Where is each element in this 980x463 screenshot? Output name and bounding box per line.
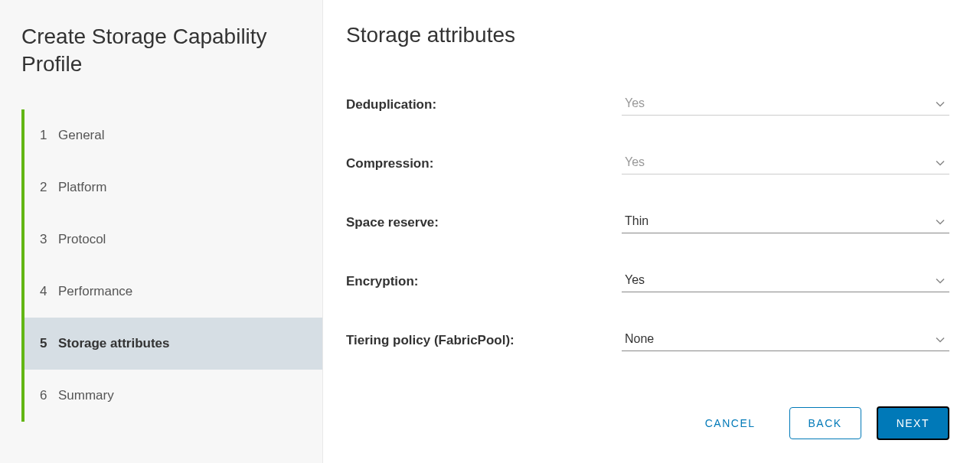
step-label: General bbox=[58, 128, 104, 143]
select-value: Yes bbox=[625, 96, 645, 109]
step-label: Summary bbox=[58, 388, 114, 403]
wizard-sidebar: Create Storage Capability Profile 1 Gene… bbox=[0, 0, 323, 463]
step-number: 6 bbox=[40, 388, 51, 403]
select-deduplication[interactable]: Yes bbox=[622, 93, 949, 116]
step-summary[interactable]: 6 Summary bbox=[24, 370, 322, 422]
chevron-down-icon bbox=[936, 337, 945, 343]
select-space-reserve[interactable]: Thin bbox=[622, 211, 949, 233]
chevron-down-icon bbox=[936, 219, 945, 225]
step-number: 2 bbox=[40, 180, 51, 195]
wizard-steps: 1 General 2 Platform 3 Protocol 4 Perfor… bbox=[21, 109, 322, 422]
label-encryption: Encryption: bbox=[346, 274, 622, 289]
select-value: None bbox=[625, 332, 654, 345]
step-general[interactable]: 1 General bbox=[24, 109, 322, 161]
chevron-down-icon bbox=[936, 101, 945, 107]
step-number: 3 bbox=[40, 232, 51, 247]
step-label: Protocol bbox=[58, 232, 106, 247]
back-button[interactable]: BACK bbox=[789, 407, 861, 439]
row-space-reserve: Space reserve: Thin bbox=[346, 211, 949, 233]
select-compression[interactable]: Yes bbox=[622, 152, 949, 174]
select-tiering-policy[interactable]: None bbox=[622, 329, 949, 351]
cancel-button[interactable]: CANCEL bbox=[687, 408, 774, 439]
select-value: Yes bbox=[625, 155, 645, 168]
step-protocol[interactable]: 3 Protocol bbox=[24, 214, 322, 266]
label-space-reserve: Space reserve: bbox=[346, 215, 622, 230]
wizard-title: Create Storage Capability Profile bbox=[21, 23, 322, 79]
chevron-down-icon bbox=[936, 160, 945, 166]
step-storage-attributes[interactable]: 5 Storage attributes bbox=[24, 318, 322, 370]
label-compression: Compression: bbox=[346, 156, 622, 171]
select-encryption[interactable]: Yes bbox=[622, 270, 949, 292]
wizard-footer: CANCEL BACK NEXT bbox=[346, 406, 949, 440]
step-performance[interactable]: 4 Performance bbox=[24, 266, 322, 318]
step-platform[interactable]: 2 Platform bbox=[24, 161, 322, 214]
main-content: Storage attributes Deduplication: Yes Co… bbox=[323, 0, 980, 463]
select-value: Thin bbox=[625, 214, 648, 227]
page-title: Storage attributes bbox=[346, 23, 949, 47]
step-number: 4 bbox=[40, 284, 51, 299]
chevron-down-icon bbox=[936, 278, 945, 284]
label-tiering-policy: Tiering policy (FabricPool): bbox=[346, 333, 622, 348]
row-tiering-policy: Tiering policy (FabricPool): None bbox=[346, 329, 949, 351]
next-button[interactable]: NEXT bbox=[877, 406, 949, 440]
row-encryption: Encryption: Yes bbox=[346, 270, 949, 292]
form-container: Deduplication: Yes Compression: Yes Spac… bbox=[346, 93, 949, 391]
select-value: Yes bbox=[625, 273, 645, 286]
row-deduplication: Deduplication: Yes bbox=[346, 93, 949, 116]
step-number: 5 bbox=[40, 336, 51, 351]
step-label: Performance bbox=[58, 284, 132, 299]
step-label: Platform bbox=[58, 180, 106, 195]
row-compression: Compression: Yes bbox=[346, 152, 949, 174]
label-deduplication: Deduplication: bbox=[346, 97, 622, 112]
step-label: Storage attributes bbox=[58, 336, 169, 351]
step-number: 1 bbox=[40, 128, 51, 143]
